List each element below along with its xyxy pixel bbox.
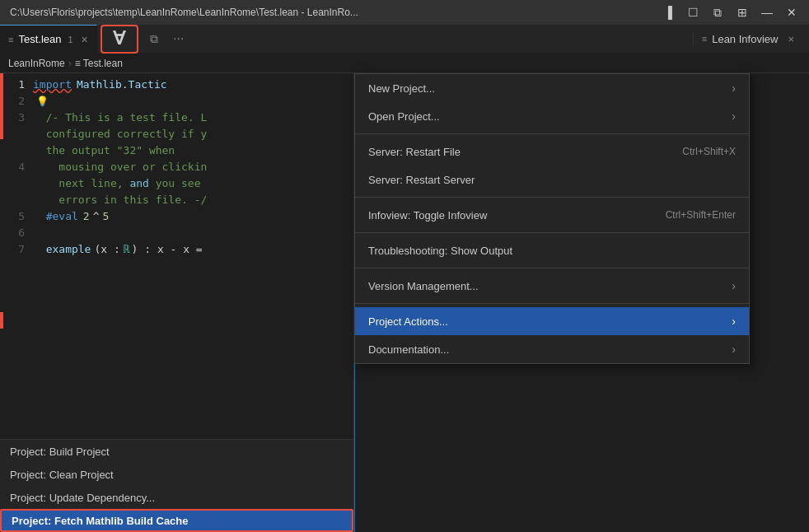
tab-lean-infoview[interactable]: ≡ Lean Infoview ×: [693, 33, 802, 45]
code-line-4: mousing over or clickin: [33, 159, 350, 175]
update-dependency-label: Project: Update Dependency...: [10, 492, 155, 504]
code-line-1: import Mathlib.Tactic: [33, 77, 350, 93]
error-bar: [0, 73, 3, 532]
paren-open: (x :: [94, 241, 119, 258]
lean-icon-button[interactable]: ∀: [101, 25, 138, 54]
minimize-btn[interactable]: —: [756, 4, 778, 21]
menu-documentation-label: Documentation...: [368, 343, 449, 356]
infoview-menu-icon: ≡: [702, 34, 707, 44]
error-mark-1: [0, 73, 3, 139]
menu-documentation-arrow: ›: [732, 343, 736, 356]
line-num-blank-1: [0, 126, 30, 142]
menu-version-management[interactable]: Version Management... ›: [355, 272, 749, 300]
line-num-5: 5: [0, 208, 30, 225]
clean-project-item[interactable]: Project: Clean Project: [0, 463, 353, 486]
close-btn[interactable]: ✕: [781, 4, 802, 21]
eval-num2: 5: [102, 208, 109, 225]
menu-open-project[interactable]: Open Project... ›: [355, 102, 749, 130]
import-path: Mathlib.Tactic: [77, 77, 167, 93]
main-content: 1 2 3 4 5 6 7 import Mathlib.Tactic 💡: [0, 73, 809, 532]
menu-troubleshooting[interactable]: Troubleshooting: Show Output: [355, 236, 749, 264]
menu-documentation[interactable]: Documentation... ›: [355, 335, 749, 363]
sidebar-toggle-btn[interactable]: ▐: [657, 4, 679, 21]
line-num-3: 3: [0, 110, 30, 126]
menu-toggle-infoview-label: Infoview: Toggle Infoview: [368, 209, 487, 222]
lean-toolbar-area: ∀ ⧉ ···: [97, 25, 191, 53]
layout-single-btn[interactable]: ☐: [682, 4, 704, 21]
update-dependency-item[interactable]: Project: Update Dependency...: [0, 486, 353, 509]
layout-split-btn[interactable]: ⧉: [707, 4, 728, 21]
editor[interactable]: 1 2 3 4 5 6 7 import Mathlib.Tactic 💡: [0, 73, 354, 532]
code-line-4c: errors in this file. -/: [33, 192, 350, 208]
menu-open-project-label: Open Project...: [368, 110, 440, 123]
more-actions-button[interactable]: ···: [166, 25, 191, 54]
menu-new-project-arrow: ›: [732, 82, 736, 95]
split-editor-button[interactable]: ⧉: [142, 25, 166, 54]
titlebar: C:\Users\Floris\projects\temp\LeanInRome…: [0, 0, 809, 25]
build-project-item[interactable]: Project: Build Project: [0, 440, 353, 463]
sep-2: [355, 197, 749, 198]
tab-badge: 1: [68, 35, 72, 44]
clean-project-label: Project: Clean Project: [10, 469, 114, 481]
sig-rest: ) : x - x =: [132, 241, 203, 258]
line-num-blank-4: [0, 192, 30, 208]
breadcrumb-sep-0: ›: [68, 58, 72, 69]
eval-keyword: #eval: [33, 208, 78, 225]
fetch-cache-label: Project: Fetch Mathlib Build Cache: [12, 515, 189, 527]
menu-restart-file-shortcut: Ctrl+Shift+X: [682, 146, 736, 157]
menu-toggle-infoview[interactable]: Infoview: Toggle Infoview Ctrl+Shift+Ent…: [355, 201, 749, 229]
menu-project-actions-label: Project Actions...: [368, 315, 448, 328]
code-line-3b: configured correctly if y: [33, 126, 350, 142]
menu-troubleshooting-label: Troubleshooting: Show Output: [368, 245, 512, 257]
tab-close-icon[interactable]: ×: [82, 33, 88, 46]
eval-num: 2: [83, 208, 90, 225]
example-kw: example: [33, 241, 91, 258]
fetch-cache-item[interactable]: Project: Fetch Mathlib Build Cache: [0, 509, 353, 532]
keyword-import: import: [33, 77, 72, 93]
sep-4: [355, 268, 749, 268]
breadcrumb-part-0[interactable]: LeanInRome: [8, 58, 65, 69]
tab-menu-icon: ≡: [8, 35, 13, 44]
menu-restart-server[interactable]: Server: Restart Server: [355, 166, 749, 194]
line-gutter: 1 2 3 4 5 6 7: [0, 73, 30, 258]
code-line-2: 💡: [33, 93, 350, 110]
code-line-6: [33, 225, 350, 241]
infoview-close-icon[interactable]: ×: [788, 33, 794, 45]
comment-line-4c: errors in this file. -/: [33, 192, 207, 208]
comment-line-3c: the output "32" when: [33, 142, 175, 159]
code-line-4b: next line, and you see: [33, 175, 350, 192]
tab-test-lean[interactable]: ≡ Test.lean 1 ×: [0, 25, 97, 53]
menu-restart-server-label: Server: Restart Server: [368, 174, 475, 186]
lightbulb-icon: 💡: [36, 93, 49, 110]
menu-project-actions-arrow: ›: [732, 315, 736, 328]
line-num-4: 4: [0, 159, 30, 175]
menu-restart-file-label: Server: Restart File: [368, 146, 461, 158]
editor-bottom-menu: Project: Build Project Project: Clean Pr…: [0, 439, 353, 532]
error-mark-2: [0, 312, 3, 329]
line-num-7: 7: [0, 241, 30, 258]
code-line-3c: the output "32" when: [33, 142, 350, 159]
line-num-blank-2: [0, 142, 30, 159]
tabbar-right: ≡ Lean Infoview ×: [693, 25, 809, 53]
tabbar: ≡ Test.lean 1 × ∀ ⧉ ··· ≡ Lean Infoview …: [0, 25, 809, 54]
code-line-7: example (x : ℝ ) : x - x =: [33, 241, 350, 258]
tab-label: Test.lean: [18, 33, 61, 45]
line-num-6: 6: [0, 225, 30, 241]
menu-toggle-infoview-shortcut: Ctrl+Shift+Enter: [666, 209, 736, 221]
eval-op: ^: [93, 208, 100, 225]
comment-line-3: /- This is a test file. L: [33, 110, 207, 126]
breadcrumb: LeanInRome › ≡ Test.lean: [0, 54, 809, 73]
layout-grid-btn[interactable]: ⊞: [732, 4, 753, 21]
menu-restart-file[interactable]: Server: Restart File Ctrl+Shift+X: [355, 138, 749, 166]
menu-project-actions[interactable]: Project Actions... ›: [355, 307, 749, 335]
comment-line-3b: configured correctly if y: [33, 126, 207, 142]
menu-new-project[interactable]: New Project... ›: [355, 74, 749, 102]
line-num-2: 2: [0, 93, 30, 110]
sep-5: [355, 303, 749, 304]
menu-version-management-arrow: ›: [732, 279, 736, 292]
sep-1: [355, 133, 749, 134]
breadcrumb-part-1[interactable]: ≡ Test.lean: [75, 58, 123, 69]
titlebar-controls: ▐ ☐ ⧉ ⊞ — ✕: [657, 4, 802, 21]
code-line-3: /- This is a test file. L: [33, 110, 350, 126]
titlebar-title: C:\Users\Floris\projects\temp\LeanInRome…: [7, 7, 657, 18]
